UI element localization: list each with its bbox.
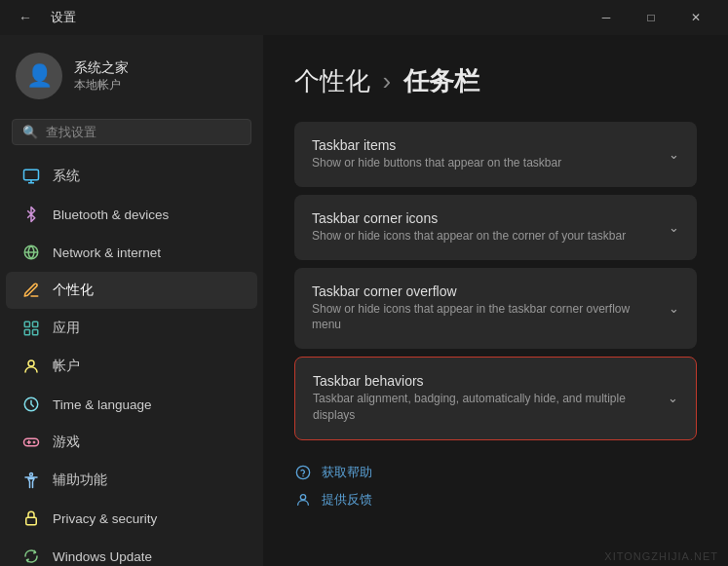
title-bar-controls: ─ □ ✕: [584, 2, 718, 33]
breadcrumb-parent: 个性化: [294, 66, 370, 95]
footer-link-help[interactable]: 获取帮助: [294, 464, 697, 481]
settings-card-row-taskbar-items[interactable]: Taskbar items Show or hide buttons that …: [294, 122, 697, 187]
sidebar-item-time[interactable]: Time & language: [6, 386, 257, 423]
sidebar-item-personalize[interactable]: 个性化: [6, 272, 257, 309]
sidebar-item-bluetooth[interactable]: Bluetooth & devices: [6, 196, 257, 233]
system-icon: [21, 167, 41, 186]
nav-list: 系统 Bluetooth & devices Network & interne…: [0, 157, 263, 566]
svg-rect-10: [26, 517, 37, 525]
sidebar-item-label: Time & language: [53, 397, 152, 412]
privacy-icon: [21, 509, 41, 528]
svg-rect-4: [24, 330, 29, 335]
maximize-button[interactable]: □: [629, 2, 673, 33]
settings-card-text: Taskbar items Show or hide buttons that …: [312, 137, 561, 171]
title-bar: ← 设置 ─ □ ✕: [0, 0, 728, 35]
settings-card-desc: Show or hide icons that appear in the ta…: [312, 301, 657, 334]
settings-card-title: Taskbar corner overflow: [312, 283, 657, 299]
accessibility-icon: [21, 471, 41, 490]
svg-point-9: [30, 473, 33, 476]
main-layout: 👤 系统之家 本地帐户 🔍 系统 Bluetooth & devices Net…: [0, 35, 728, 566]
apps-icon: [21, 319, 41, 338]
svg-point-11: [296, 466, 309, 478]
network-icon: [21, 243, 41, 262]
footer-link-label: 获取帮助: [322, 464, 372, 481]
svg-rect-3: [33, 321, 38, 326]
sidebar-item-label: 应用: [53, 320, 80, 337]
feedback-icon: [294, 491, 312, 509]
sidebar-item-label: 帐户: [53, 358, 80, 375]
chevron-down-icon: ⌄: [668, 391, 678, 405]
user-profile[interactable]: 👤 系统之家 本地帐户: [0, 43, 263, 115]
footer-link-feedback[interactable]: 提供反馈: [294, 491, 697, 509]
gaming-icon: [21, 433, 41, 452]
sidebar-item-privacy[interactable]: Privacy & security: [6, 500, 257, 537]
sidebar-item-system[interactable]: 系统: [6, 158, 257, 195]
chevron-down-icon: ⌄: [669, 147, 679, 162]
chevron-down-icon: ⌄: [669, 301, 679, 316]
settings-card-text: Taskbar corner icons Show or hide icons …: [312, 210, 626, 245]
sidebar-item-label: Bluetooth & devices: [53, 208, 169, 222]
settings-card-taskbar-items: Taskbar items Show or hide buttons that …: [294, 122, 697, 187]
search-icon: 🔍: [22, 125, 38, 139]
settings-card-taskbar-behaviors: Taskbar behaviors Taskbar alignment, bad…: [294, 357, 697, 440]
settings-card-title: Taskbar items: [312, 137, 561, 153]
personalize-icon: [21, 281, 41, 300]
svg-point-12: [300, 494, 305, 499]
watermark: XITONGZHIJIA.NET: [604, 550, 718, 562]
app-title: 设置: [51, 9, 76, 26]
sidebar-item-label: Network & internet: [53, 245, 161, 260]
page-heading: 个性化 › 任务栏: [294, 64, 697, 98]
breadcrumb-current: 任务栏: [403, 66, 479, 95]
sidebar-item-label: 辅助功能: [53, 472, 107, 489]
chevron-down-icon: ⌄: [669, 220, 679, 235]
breadcrumb-separator: ›: [382, 66, 391, 95]
sidebar-item-network[interactable]: Network & internet: [6, 234, 257, 271]
settings-card-row-taskbar-corner-icons[interactable]: Taskbar corner icons Show or hide icons …: [294, 195, 697, 260]
sidebar-item-label: Windows Update: [53, 549, 152, 564]
title-bar-left: ← 设置: [10, 2, 76, 33]
search-box[interactable]: 🔍: [12, 119, 251, 145]
sidebar-item-label: 系统: [53, 168, 80, 185]
content-area: 个性化 › 任务栏 Taskbar items Show or hide but…: [263, 35, 728, 566]
settings-card-title: Taskbar behaviors: [313, 373, 656, 389]
settings-card-title: Taskbar corner icons: [312, 210, 626, 226]
settings-card-desc: Show or hide icons that appear on the co…: [312, 228, 626, 245]
update-icon: [21, 547, 41, 566]
settings-card-taskbar-corner-overflow: Taskbar corner overflow Show or hide ico…: [294, 268, 697, 350]
sidebar-item-update[interactable]: Windows Update: [6, 538, 257, 566]
sidebar-item-label: 个性化: [53, 282, 94, 299]
svg-rect-2: [24, 321, 29, 326]
help-icon: [294, 464, 312, 481]
search-input[interactable]: [46, 125, 241, 139]
svg-rect-5: [33, 330, 38, 335]
settings-card-row-taskbar-behaviors[interactable]: Taskbar behaviors Taskbar alignment, bad…: [295, 358, 696, 439]
settings-card-row-taskbar-corner-overflow[interactable]: Taskbar corner overflow Show or hide ico…: [294, 268, 697, 350]
sidebar-item-label: Privacy & security: [53, 511, 157, 526]
user-name: 系统之家: [74, 59, 129, 77]
minimize-button[interactable]: ─: [584, 2, 629, 33]
settings-card-desc: Show or hide buttons that appear on the …: [312, 155, 561, 171]
sidebar: 👤 系统之家 本地帐户 🔍 系统 Bluetooth & devices Net…: [0, 35, 263, 566]
close-button[interactable]: ✕: [673, 2, 718, 33]
back-button[interactable]: ←: [10, 2, 41, 33]
user-account-type: 本地帐户: [74, 77, 129, 94]
svg-point-6: [28, 360, 34, 366]
settings-card-text: Taskbar behaviors Taskbar alignment, bad…: [313, 373, 656, 424]
time-icon: [21, 395, 41, 414]
accounts-icon: [21, 357, 41, 376]
sidebar-item-accessibility[interactable]: 辅助功能: [6, 462, 257, 499]
sidebar-item-gaming[interactable]: 游戏: [6, 424, 257, 461]
avatar: 👤: [16, 53, 62, 99]
bluetooth-icon: [21, 205, 41, 224]
settings-card-taskbar-corner-icons: Taskbar corner icons Show or hide icons …: [294, 195, 697, 260]
settings-card-text: Taskbar corner overflow Show or hide ico…: [312, 283, 657, 334]
sidebar-item-accounts[interactable]: 帐户: [6, 348, 257, 385]
user-info: 系统之家 本地帐户: [74, 59, 129, 94]
footer-link-label: 提供反馈: [322, 491, 372, 509]
footer-links: 获取帮助 提供反馈: [294, 464, 697, 509]
settings-cards: Taskbar items Show or hide buttons that …: [294, 122, 697, 440]
sidebar-item-label: 游戏: [53, 434, 80, 451]
sidebar-item-apps[interactable]: 应用: [6, 310, 257, 347]
settings-card-desc: Taskbar alignment, badging, automaticall…: [313, 391, 656, 424]
svg-rect-0: [24, 170, 39, 180]
